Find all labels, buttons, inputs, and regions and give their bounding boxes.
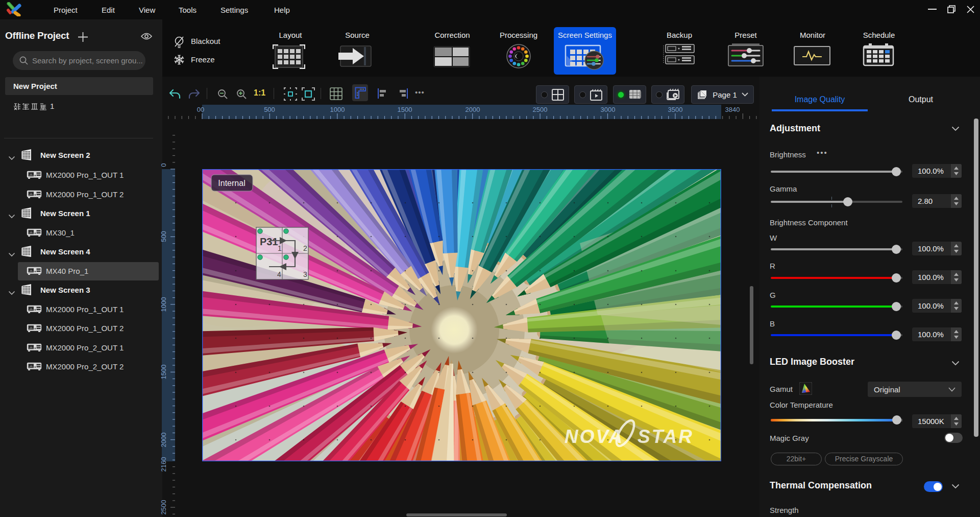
- svg-text:2: 2: [303, 244, 307, 252]
- svg-text:P31: P31: [260, 236, 278, 247]
- svg-text:1500: 1500: [161, 365, 167, 380]
- svg-text:500: 500: [161, 231, 167, 242]
- svg-text:0: 0: [161, 163, 167, 167]
- svg-text:STAR: STAR: [638, 426, 694, 447]
- svg-text:2160: 2160: [161, 457, 167, 472]
- svg-text:1500: 1500: [398, 106, 412, 113]
- svg-text:1: 1: [278, 244, 282, 252]
- svg-text:3000: 3000: [601, 106, 616, 113]
- svg-text:1000: 1000: [330, 106, 345, 113]
- svg-text:2000: 2000: [465, 106, 480, 113]
- svg-text:3: 3: [303, 270, 307, 278]
- svg-text:3500: 3500: [668, 106, 683, 113]
- svg-text:2000: 2000: [161, 433, 167, 448]
- svg-text:4: 4: [277, 270, 281, 278]
- svg-text:3840: 3840: [725, 106, 740, 113]
- svg-text:500: 500: [264, 106, 275, 113]
- svg-text:NOVA: NOVA: [565, 426, 624, 447]
- svg-text:1000: 1000: [161, 297, 167, 312]
- svg-text:2500: 2500: [533, 106, 548, 113]
- svg-text:00: 00: [197, 106, 204, 113]
- svg-text:Internal: Internal: [218, 179, 245, 187]
- svg-text:2500: 2500: [161, 500, 167, 515]
